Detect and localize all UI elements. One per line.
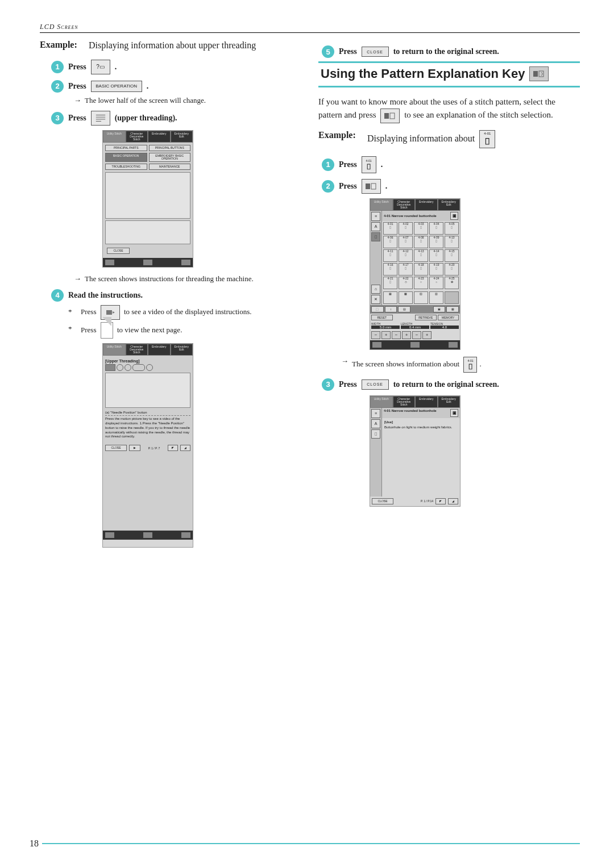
next-page-icon[interactable]: ◢ [448,498,458,504]
tab-utility[interactable]: Utility Stitch [370,199,393,211]
video-icon[interactable]: ▶ [129,445,140,451]
pattern-explanation-key-icon[interactable] [362,179,381,194]
basic-operation-button[interactable]: BASIC OPERATION [105,153,147,162]
stitch-4-01-icon[interactable]: 4-01 ⌷ [463,357,477,373]
stitch-cell[interactable]: 4-18⌷ [414,263,428,276]
prev-page-icon[interactable]: ◤ [435,498,446,504]
tab-char[interactable]: Character Decorative Stitch [126,344,148,356]
tab-emb[interactable]: Embroidery [415,396,438,408]
stitch-cell[interactable]: 4-07⌷ [399,236,413,248]
stitch-cell[interactable]: 4-14⌷ [429,249,443,262]
stitch-cell[interactable]: 4-09⌷ [429,236,443,248]
stitch-cell[interactable]: 4-01⌷ [383,222,397,235]
help-machine-icon[interactable]: ?▭ [91,60,110,74]
stitch-4-01-icon[interactable]: 4-01 ⌷ [479,130,495,148]
tab-char[interactable]: Character Decorative Stitch [393,199,416,211]
foot-icon[interactable]: ↕ [385,306,397,312]
footer-icon[interactable] [105,260,114,265]
upper-threading-icon[interactable] [91,111,110,126]
stitch-cell[interactable]: 4-06⌷ [383,236,397,248]
stitch-cell[interactable]: 4-16⌷ [383,263,397,276]
footer-icon[interactable] [143,532,152,538]
mode-icon[interactable]: ▩ [399,291,413,304]
cat-icon[interactable]: A [371,222,380,231]
plus-button[interactable]: + [422,331,432,339]
minus-button[interactable]: − [392,331,401,339]
home-icon[interactable]: ⌂ [371,285,380,294]
next-page-icon[interactable]: ◢ [180,445,190,451]
tab-embedit[interactable]: Embroidery Edit [171,131,193,143]
stitch-cell[interactable]: 4-25✿ [445,277,459,289]
stitch-cell[interactable]: 4-02⌷ [399,222,413,235]
stitch-cell[interactable]: 4-15⌷ [445,249,459,262]
footer-icon[interactable] [372,342,381,348]
footer-icon[interactable] [105,532,114,538]
footer-icon[interactable] [143,260,152,265]
tab-char[interactable]: Character Decorative Stitch [393,396,416,408]
stitch-cell[interactable]: 4-10⌷ [445,236,459,248]
principal-buttons-button[interactable]: PRINCIPAL BUTTONS [149,145,191,151]
close-button[interactable]: CLOSE [362,379,389,390]
reset-button[interactable]: RESET [371,315,393,320]
stitch-cell[interactable]: 4-12⌷ [399,249,413,262]
tab-utility[interactable]: Utility Stitch [370,396,393,408]
tab-emb[interactable]: Embroidery [148,131,171,143]
close-button[interactable]: CLOSE [107,248,130,254]
emb-basic-op-button[interactable]: EMBROIDERY BASIC OPERATION [149,153,191,162]
mode-icon[interactable] [445,291,459,304]
stitch-cell[interactable]: 4-11⌷ [383,249,397,262]
foot-icon[interactable]: ▣ [433,306,446,312]
maintenance-button[interactable]: MAINTENANCE [149,164,191,170]
mode-icon[interactable]: ▨ [414,291,428,304]
stitch-cell[interactable]: 4-03⌷ [414,222,428,235]
tab-utility[interactable]: Utility Stitch [103,131,126,143]
mode-icon[interactable]: ▦ [383,291,397,304]
pattern-explanation-key-icon[interactable] [380,108,400,123]
tab-emb[interactable]: Embroidery [148,344,171,356]
tab-utility[interactable]: Utility Stitch [103,344,126,356]
foot-icon[interactable]: ▦ [446,306,459,312]
stitch-cell[interactable]: 4-22◇ [399,277,413,289]
stitch-cell[interactable]: 4-04⌷ [429,222,443,235]
principal-parts-button[interactable]: PRINCIPAL PARTS [105,145,147,151]
plus-button[interactable]: + [402,331,411,339]
basic-operation-button[interactable]: BASIC OPERATION [91,81,142,92]
plus-button[interactable]: + [381,331,391,339]
stitch-cell[interactable]: 4-17⌷ [399,263,413,276]
minus-button[interactable]: − [371,331,380,339]
stitch-cell[interactable]: 4-13⌷ [414,249,428,262]
cat-icon[interactable]: ≡ [371,409,380,418]
minus-button[interactable]: − [412,331,421,339]
tab-embedit[interactable]: Embroidery Edit [171,344,193,356]
pattern-exp-icon[interactable]: ▣ [450,212,458,220]
stitch-cell[interactable]: 4-19⌷ [429,263,443,276]
pattern-exp-icon[interactable]: ▣ [450,409,458,417]
stitch-4-01-icon[interactable]: 4-01 ⌷ [362,156,376,173]
prev-page-icon[interactable]: ◤ [168,445,178,451]
close-button[interactable]: CLOSE [372,498,393,504]
stitch-cell[interactable]: 4-08⌷ [414,236,428,248]
cat-icon[interactable]: ≡ [371,212,380,221]
close-x-icon[interactable]: ✕ [371,295,380,304]
stitch-cell[interactable]: 4-23○ [414,277,428,289]
stitch-cell[interactable]: 4-21⌷ [383,277,397,289]
memory-button[interactable]: MEMORY [438,315,459,320]
cat-icon[interactable]: ⌷ [371,429,380,439]
stitch-cell[interactable]: 4-05⌷ [445,222,459,235]
stitch-cell[interactable]: 4-20⌷ [445,263,459,276]
troubleshooting-button[interactable]: TROUBLESHOOTING [105,164,147,170]
footer-icon[interactable] [181,260,190,265]
close-button[interactable]: CLOSE [362,47,389,57]
retrieve-button[interactable]: RETRIEVE [415,315,437,320]
footer-icon[interactable] [181,532,190,538]
tab-char[interactable]: Character Decorative Stitch [126,131,148,143]
cat-icon[interactable]: ⌷ [371,232,380,241]
mode-icon[interactable]: ▥ [429,291,443,304]
footer-icon[interactable] [410,342,420,348]
tab-embedit[interactable]: Embroidery Edit [438,199,460,211]
close-button[interactable]: CLOSE [105,445,127,451]
stitch-cell[interactable]: 4-24☼ [429,277,443,289]
foot-icon[interactable]: ▤ [398,306,410,312]
footer-icon[interactable] [449,342,458,348]
next-page-icon[interactable] [101,322,113,339]
